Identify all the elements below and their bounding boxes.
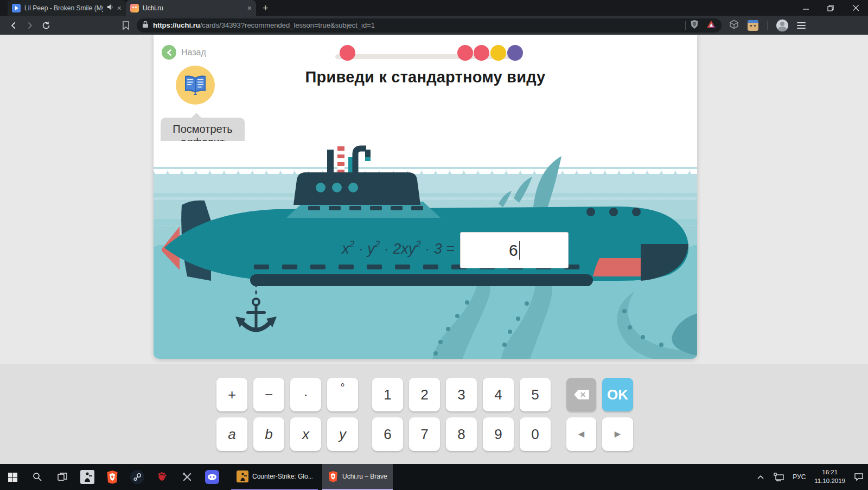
- new-tab-button[interactable]: +: [263, 3, 269, 16]
- progress-dot: [340, 45, 355, 61]
- key-7[interactable]: 7: [409, 417, 440, 451]
- key-6[interactable]: 6: [372, 417, 403, 451]
- network-icon[interactable]: [770, 473, 788, 481]
- back-nav-icon[interactable]: [5, 18, 22, 33]
- language-indicator[interactable]: РУС: [788, 473, 810, 481]
- brave-launch-icon[interactable]: [100, 464, 125, 490]
- key-°[interactable]: °: [327, 378, 358, 411]
- progress-dots: [154, 35, 697, 67]
- key-·[interactable]: ·: [290, 378, 321, 411]
- key-−[interactable]: −: [253, 378, 284, 411]
- keyboard-row-1: +−·°12345OK: [216, 378, 633, 411]
- search-icon[interactable]: [25, 464, 50, 490]
- reload-icon[interactable]: [38, 18, 54, 33]
- cube-extension-icon[interactable]: [729, 20, 739, 31]
- tab-uchi[interactable]: Uchi.ru ×: [126, 0, 256, 16]
- progress-dot: [474, 45, 489, 61]
- key-1[interactable]: 1: [372, 378, 403, 411]
- taskbar-window-csgo[interactable]: Counter-Strike: Glo...: [231, 464, 318, 490]
- key-2[interactable]: 2: [409, 378, 440, 411]
- onscreen-keyboard: +−·°12345OK abxy67890◄►: [0, 364, 868, 464]
- browser-menu-icon[interactable]: [797, 22, 806, 29]
- address-bar[interactable]: https://uchi.ru/cards/34393?recommended_…: [137, 18, 722, 33]
- profile-avatar[interactable]: [776, 20, 788, 31]
- start-button[interactable]: [0, 464, 25, 490]
- system-tray: РУС 16:21 11.10.2019: [751, 464, 868, 490]
- brave-shield-icon[interactable]: [690, 20, 699, 31]
- task-view-icon[interactable]: [50, 464, 75, 490]
- key-9[interactable]: 9: [483, 417, 514, 451]
- alphabet-book-icon[interactable]: [176, 66, 215, 105]
- formula: x2 · y2 · 2xy2 · 3 =: [342, 240, 455, 257]
- minimize-button[interactable]: [793, 0, 818, 16]
- key-arrow-left[interactable]: ◄: [566, 417, 596, 451]
- browser-toolbar: https://uchi.ru/cards/34393?recommended_…: [0, 16, 868, 35]
- clock-time: 16:21: [814, 468, 845, 477]
- tray-expand-icon[interactable]: [751, 475, 770, 479]
- tab-close-icon[interactable]: ×: [117, 4, 122, 12]
- key-y[interactable]: y: [327, 417, 358, 451]
- restore-button[interactable]: [818, 0, 843, 16]
- clock-date: 11.10.2019: [814, 477, 845, 486]
- steam-launch-icon[interactable]: [125, 464, 150, 490]
- play-favicon-icon: [12, 4, 21, 12]
- key-0[interactable]: 0: [520, 417, 551, 451]
- progress-dot: [490, 45, 506, 61]
- extension-icon[interactable]: [748, 20, 758, 31]
- key-b[interactable]: b: [253, 417, 284, 451]
- forward-nav-icon[interactable]: [22, 18, 38, 33]
- taskbar: Counter-Strike: Glo... Uchi.ru – Brave Р…: [0, 464, 868, 490]
- tab-music[interactable]: Lil Peep - Broken Smile (My Al ×: [8, 0, 126, 16]
- url-text: https://uchi.ru/cards/34393?recommended_…: [153, 21, 681, 29]
- bookmark-icon[interactable]: [118, 18, 133, 33]
- brave-rewards-triangle-icon[interactable]: [706, 20, 716, 31]
- tools-launch-icon[interactable]: [175, 464, 200, 490]
- window-controls: [793, 0, 868, 16]
- key-8[interactable]: 8: [446, 417, 477, 451]
- extensions-area: [729, 20, 806, 31]
- uchi-favicon-icon: [130, 4, 139, 12]
- keyboard-row-2: abxy67890◄►: [216, 417, 633, 451]
- tooltip-line: Посмотреть: [164, 122, 241, 136]
- key-5[interactable]: 5: [520, 378, 551, 411]
- key-4[interactable]: 4: [483, 378, 514, 411]
- taskbar-window-label: Counter-Strike: Glo...: [252, 473, 312, 480]
- key-ok[interactable]: OK: [602, 378, 633, 411]
- taskbar-window-brave[interactable]: Uchi.ru – Brave: [322, 464, 393, 490]
- tab-close-icon[interactable]: ×: [247, 4, 252, 12]
- bloody-launch-icon[interactable]: [150, 464, 175, 490]
- key-a[interactable]: a: [216, 417, 247, 451]
- tab-title: Lil Peep - Broken Smile (My Al: [24, 4, 103, 12]
- answer-value: 6: [509, 241, 518, 260]
- answer-input[interactable]: 6: [460, 232, 569, 268]
- tab-title: Uchi.ru: [143, 4, 244, 12]
- tab-audio-icon[interactable]: [107, 4, 113, 12]
- key-+[interactable]: +: [216, 378, 247, 411]
- page-title: Приведи к стандартному виду: [154, 68, 697, 86]
- notification-center-icon[interactable]: [850, 473, 868, 481]
- progress-dot: [507, 45, 523, 61]
- progress-dot: [457, 45, 473, 61]
- csgo-launch-icon[interactable]: [75, 464, 100, 490]
- discord-launch-icon[interactable]: [200, 464, 225, 490]
- text-caret: [519, 241, 520, 260]
- key-x[interactable]: x: [290, 417, 321, 451]
- clock[interactable]: 16:21 11.10.2019: [810, 468, 850, 485]
- submarine-scene: x2 · y2 · 2xy2 · 3 = 6: [154, 141, 697, 359]
- lesson-card: Назад Приведи к стандартному виду: [154, 35, 697, 359]
- taskbar-window-label: Uchi.ru – Brave: [342, 473, 387, 480]
- screen: Lil Peep - Broken Smile (My Al × Uchi.ru…: [0, 0, 868, 490]
- page-background: Назад Приведи к стандартному виду: [0, 35, 868, 464]
- close-button[interactable]: [843, 0, 868, 16]
- key-3[interactable]: 3: [446, 378, 477, 411]
- key-arrow-right[interactable]: ►: [602, 417, 633, 451]
- browser-tab-strip: Lil Peep - Broken Smile (My Al × Uchi.ru…: [0, 0, 868, 16]
- lock-icon: [142, 21, 149, 30]
- key-backspace[interactable]: [566, 378, 596, 411]
